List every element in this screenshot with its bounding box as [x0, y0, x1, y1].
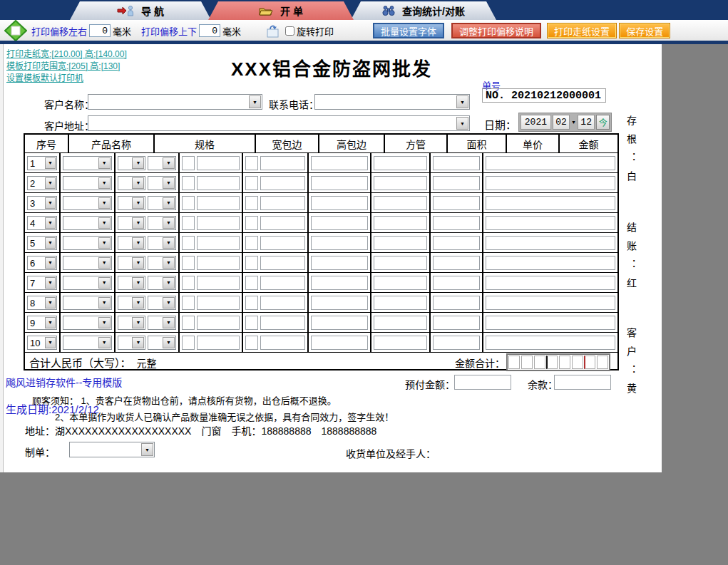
width-edge-flag-input[interactable]: [182, 316, 195, 330]
height-edge-flag-input[interactable]: [245, 236, 258, 250]
width-edge-input[interactable]: [197, 216, 240, 230]
amount-input[interactable]: [486, 156, 615, 170]
area-input[interactable]: [374, 236, 427, 250]
height-edge-input[interactable]: [260, 156, 305, 170]
height-edge-input[interactable]: [260, 196, 305, 210]
unit-price-input[interactable]: [433, 276, 480, 290]
date-month[interactable]: 02: [553, 115, 570, 130]
width-edge-input[interactable]: [197, 296, 240, 310]
date-spinner[interactable]: 2021 02 ▼ 12 今: [518, 113, 612, 132]
height-edge-input[interactable]: [260, 256, 305, 270]
adjust-offset-help-button[interactable]: 调整打印偏移说明: [451, 23, 541, 38]
unit-price-input[interactable]: [433, 176, 480, 190]
width-edge-flag-input[interactable]: [182, 216, 195, 230]
row-number-combo[interactable]: 10▼: [27, 336, 57, 350]
offset-lr-input[interactable]: [89, 24, 111, 37]
product-name-combo[interactable]: ▼: [63, 176, 112, 190]
spec-combo-1[interactable]: ▼: [118, 176, 146, 190]
square-tube-input[interactable]: [311, 296, 368, 310]
height-edge-input[interactable]: [260, 216, 305, 230]
height-edge-input[interactable]: [260, 276, 305, 290]
unit-price-input[interactable]: [433, 316, 480, 330]
product-name-combo[interactable]: ▼: [63, 236, 112, 250]
spec-combo-2[interactable]: ▼: [148, 276, 176, 290]
square-tube-input[interactable]: [311, 276, 368, 290]
paper-feed-settings-button[interactable]: 打印走纸设置: [547, 23, 617, 38]
amount-input[interactable]: [486, 256, 615, 270]
height-edge-flag-input[interactable]: [245, 256, 258, 270]
date-day[interactable]: 12: [578, 115, 595, 130]
product-name-combo[interactable]: ▼: [63, 216, 112, 230]
square-tube-input[interactable]: [311, 176, 368, 190]
spec-combo-1[interactable]: ▼: [118, 256, 146, 270]
product-name-combo[interactable]: ▼: [63, 336, 112, 350]
width-edge-flag-input[interactable]: [182, 256, 195, 270]
height-edge-input[interactable]: [260, 316, 305, 330]
spec-combo-1[interactable]: ▼: [118, 316, 146, 330]
unit-price-input[interactable]: [433, 236, 480, 250]
spec-combo-2[interactable]: ▼: [148, 316, 176, 330]
height-edge-flag-input[interactable]: [245, 196, 258, 210]
tab-navigation[interactable]: 导 航: [70, 1, 211, 20]
unit-price-input[interactable]: [433, 296, 480, 310]
batch-font-button[interactable]: 批量设置字体: [373, 23, 444, 38]
spec-combo-1[interactable]: ▼: [118, 156, 146, 170]
spec-combo-2[interactable]: ▼: [148, 296, 176, 310]
row-number-combo[interactable]: 7▼: [27, 276, 57, 290]
width-edge-input[interactable]: [197, 156, 240, 170]
unit-price-input[interactable]: [433, 156, 480, 170]
height-edge-flag-input[interactable]: [245, 216, 258, 230]
width-edge-flag-input[interactable]: [182, 196, 195, 210]
row-number-combo[interactable]: 9▼: [27, 316, 57, 330]
area-input[interactable]: [374, 216, 427, 230]
template-size-link[interactable]: 模板打印范围宽:[205] 高:[130]: [6, 61, 127, 73]
spec-combo-1[interactable]: ▼: [118, 336, 146, 350]
area-input[interactable]: [374, 276, 427, 290]
amount-input[interactable]: [486, 216, 615, 230]
product-name-combo[interactable]: ▼: [63, 316, 112, 330]
width-edge-flag-input[interactable]: [182, 176, 195, 190]
product-name-combo[interactable]: ▼: [63, 276, 112, 290]
balance-input[interactable]: [554, 375, 611, 390]
unit-price-input[interactable]: [433, 196, 480, 210]
spec-combo-2[interactable]: ▼: [148, 156, 176, 170]
tab-create-order[interactable]: 开 单: [208, 1, 354, 20]
row-number-combo[interactable]: 5▼: [27, 236, 57, 250]
amount-input[interactable]: [486, 236, 615, 250]
product-name-combo[interactable]: ▼: [63, 196, 112, 210]
offset-ud-input[interactable]: [199, 24, 220, 37]
product-name-combo[interactable]: ▼: [63, 156, 112, 170]
square-tube-input[interactable]: [311, 156, 368, 170]
row-number-combo[interactable]: 1▼: [27, 156, 57, 170]
amount-input[interactable]: [486, 296, 615, 310]
area-input[interactable]: [374, 156, 427, 170]
row-number-combo[interactable]: 4▼: [27, 216, 57, 230]
maker-combo[interactable]: ▼: [69, 442, 155, 457]
amount-input[interactable]: [486, 276, 615, 290]
spec-combo-1[interactable]: ▼: [118, 216, 146, 230]
square-tube-input[interactable]: [311, 256, 368, 270]
square-tube-input[interactable]: [311, 316, 368, 330]
amount-input[interactable]: [486, 336, 615, 350]
area-input[interactable]: [374, 296, 427, 310]
height-edge-input[interactable]: [260, 296, 305, 310]
unit-price-input[interactable]: [433, 216, 480, 230]
amount-input[interactable]: [486, 176, 615, 190]
paper-size-link[interactable]: 打印走纸宽:[210.00] 高:[140.00]: [6, 48, 127, 61]
height-edge-flag-input[interactable]: [245, 336, 258, 350]
width-edge-input[interactable]: [197, 316, 240, 330]
height-edge-input[interactable]: [260, 336, 305, 350]
area-input[interactable]: [374, 196, 427, 210]
rotate-print-checkbox[interactable]: [285, 26, 294, 36]
row-number-combo[interactable]: 8▼: [27, 296, 57, 310]
height-edge-flag-input[interactable]: [245, 296, 258, 310]
width-edge-input[interactable]: [197, 196, 240, 210]
spec-combo-2[interactable]: ▼: [148, 196, 176, 210]
row-number-combo[interactable]: 3▼: [27, 196, 57, 210]
spec-combo-1[interactable]: ▼: [118, 296, 146, 310]
row-number-combo[interactable]: 6▼: [27, 256, 57, 270]
square-tube-input[interactable]: [311, 216, 368, 230]
area-input[interactable]: [374, 176, 427, 190]
width-edge-input[interactable]: [197, 276, 240, 290]
square-tube-input[interactable]: [311, 236, 368, 250]
